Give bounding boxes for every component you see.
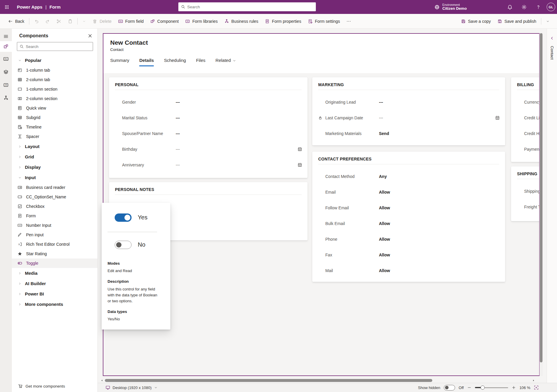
form-libraries-button[interactable]: JS Form libraries — [182, 16, 221, 27]
component-item-1-column-tab[interactable]: 1-column tab — [12, 65, 97, 75]
notifications-button[interactable] — [504, 0, 516, 14]
field-payment-terms[interactable]: Payment Terms — [511, 141, 539, 157]
component-group-more-components[interactable]: More components — [12, 299, 97, 309]
component-item-subgrid[interactable]: Subgrid — [12, 113, 97, 122]
rail-form-libraries-button[interactable]: JS — [0, 80, 12, 90]
rail-components-button[interactable] — [0, 41, 12, 52]
component-group-grid[interactable]: Grid — [12, 152, 97, 162]
vertical-scrollbar-thumb[interactable] — [540, 33, 542, 362]
field-marketing-materials[interactable]: Marketing MaterialsSend — [312, 126, 505, 141]
field-freight-terms[interactable]: Freight Terms — [511, 199, 539, 215]
field-originating-lead[interactable]: Originating Lead--- — [312, 94, 505, 110]
component-item-rich-text-editor-control[interactable]: ARich Text Editor Control — [12, 240, 97, 249]
save-a-copy-button[interactable]: Save a copy — [458, 16, 494, 27]
horizontal-scrollbar-thumb[interactable] — [105, 379, 432, 382]
section-marketing[interactable]: MARKETINGOriginating Lead---Last Campaig… — [312, 77, 505, 145]
calendar-icon[interactable] — [297, 147, 302, 152]
back-button[interactable]: Back — [5, 16, 28, 27]
component-group-ai-builder[interactable]: AI Builder — [12, 278, 97, 289]
calendar-icon[interactable] — [495, 115, 500, 120]
rail-menu-button[interactable] — [0, 31, 12, 42]
section-contact-preferences[interactable]: CONTACT PREFERENCESContact MethodAnyEmai… — [312, 152, 505, 282]
redo-button[interactable] — [42, 16, 53, 27]
section-billing[interactable]: BILLINGCurrencyCredit LimitCredit HoldPa… — [511, 77, 539, 162]
save-options-dropdown[interactable] — [543, 16, 553, 27]
field-email[interactable]: EmailAllow — [312, 184, 505, 200]
overflow-button[interactable] — [343, 16, 354, 27]
environment-picker[interactable]: Environment Citizen Demo — [434, 0, 467, 14]
component-item-business-card-reader[interactable]: ABusiness card reader — [12, 183, 97, 192]
rail-tree-view-button[interactable] — [0, 67, 12, 77]
zoom-slider[interactable] — [475, 385, 508, 390]
field-birthday[interactable]: Birthday--- — [109, 141, 308, 157]
field-last-campaign-date[interactable]: Last Campaign Date--- — [312, 110, 505, 126]
component-item-timeline[interactable]: Timeline — [12, 122, 97, 132]
close-icon[interactable] — [87, 33, 93, 38]
delete-button[interactable]: Delete — [89, 16, 115, 27]
field-mail[interactable]: MailAllow — [312, 263, 505, 278]
rail-business-rules-button[interactable] — [0, 93, 12, 103]
components-search-input[interactable] — [26, 44, 90, 49]
scroll-left-icon[interactable] — [100, 379, 104, 382]
component-item-cc-optionset-name[interactable]: CC_OptionSet_Name — [12, 192, 97, 202]
field-phone[interactable]: PhoneAllow — [312, 231, 505, 247]
component-item-spacer[interactable]: Spacer — [12, 132, 97, 141]
undo-button[interactable] — [31, 16, 42, 27]
app-launcher-button[interactable] — [0, 0, 14, 14]
horizontal-scrollbar[interactable] — [98, 378, 547, 383]
component-group-media[interactable]: Media — [12, 268, 97, 278]
form-field-button[interactable]: Abc Form field — [115, 16, 147, 27]
global-search-input[interactable] — [187, 5, 313, 9]
component-item-star-rating[interactable]: Star Rating — [12, 249, 97, 258]
component-button[interactable]: Component — [147, 16, 182, 27]
form-properties-button[interactable]: Form properties — [262, 16, 305, 27]
field-shipping-method[interactable]: Shipping Method — [511, 183, 539, 199]
global-search[interactable] — [178, 2, 316, 11]
toggle-preview-off[interactable] — [115, 241, 132, 249]
show-hidden-toggle[interactable] — [444, 385, 455, 391]
tab-files[interactable]: Files — [196, 58, 206, 66]
zoom-out-icon[interactable] — [467, 385, 471, 390]
component-item-pen-input[interactable]: Pen input — [12, 230, 97, 240]
component-item-toggle[interactable]: Toggle — [12, 258, 97, 268]
tab-summary[interactable]: Summary — [110, 58, 129, 66]
component-item-2-column-tab[interactable]: 2-column tab — [12, 75, 97, 84]
help-button[interactable] — [532, 0, 545, 14]
component-group-popular[interactable]: Popular — [12, 55, 97, 65]
device-preview-selector[interactable]: Desktop (1920 x 1080) — [98, 385, 158, 390]
section-personal[interactable]: PERSONALGender---Marital Status---Spouse… — [109, 77, 308, 178]
paste-dropdown-button[interactable] — [79, 16, 89, 27]
component-group-layout[interactable]: Layout — [12, 141, 97, 152]
expand-pane-chevron-icon[interactable] — [550, 36, 554, 41]
settings-button[interactable] — [518, 0, 530, 14]
component-item-2-column-section[interactable]: 2-column section — [12, 94, 97, 103]
rail-form-fields-button[interactable]: Abc — [0, 54, 12, 64]
tab-details[interactable]: Details — [139, 58, 154, 66]
component-item-form[interactable]: Form — [12, 211, 97, 221]
field-spouse-partner-name[interactable]: Spouse/Partner Name--- — [109, 126, 308, 141]
field-currency[interactable]: Currency — [511, 94, 539, 110]
field-marital-status[interactable]: Marital Status--- — [109, 110, 308, 126]
cut-button[interactable] — [53, 16, 65, 27]
tab-scheduling[interactable]: Scheduling — [164, 58, 186, 66]
slider-thumb[interactable] — [481, 385, 485, 390]
components-search[interactable] — [17, 42, 93, 51]
field-bulk-email[interactable]: Bulk EmailAllow — [312, 216, 505, 231]
form-settings-button[interactable]: Form settings — [305, 16, 343, 27]
calendar-icon[interactable] — [297, 163, 302, 167]
section-shipping[interactable]: SHIPPINGShipping MethodFreight Terms — [511, 166, 539, 221]
vertical-scrollbar[interactable] — [540, 33, 543, 376]
field-follow-email[interactable]: Follow EmailAllow — [312, 200, 505, 216]
field-gender[interactable]: Gender--- — [109, 94, 308, 110]
component-group-display[interactable]: Display — [12, 162, 97, 172]
zoom-in-icon[interactable] — [512, 385, 516, 390]
field-credit-limit[interactable]: Credit Limit — [511, 110, 539, 126]
component-item-1-column-section[interactable]: 1-column section — [12, 84, 97, 94]
toggle-preview-on[interactable] — [115, 213, 132, 222]
component-item-number-input[interactable]: 123Number Input — [12, 221, 97, 230]
component-group-power-bi[interactable]: Power BI — [12, 289, 97, 299]
field-anniversary[interactable]: Anniversary--- — [109, 157, 308, 173]
get-more-components-button[interactable]: Get more components — [12, 380, 97, 392]
field-fax[interactable]: FaxAllow — [312, 247, 505, 263]
component-group-input[interactable]: Input — [12, 172, 97, 183]
